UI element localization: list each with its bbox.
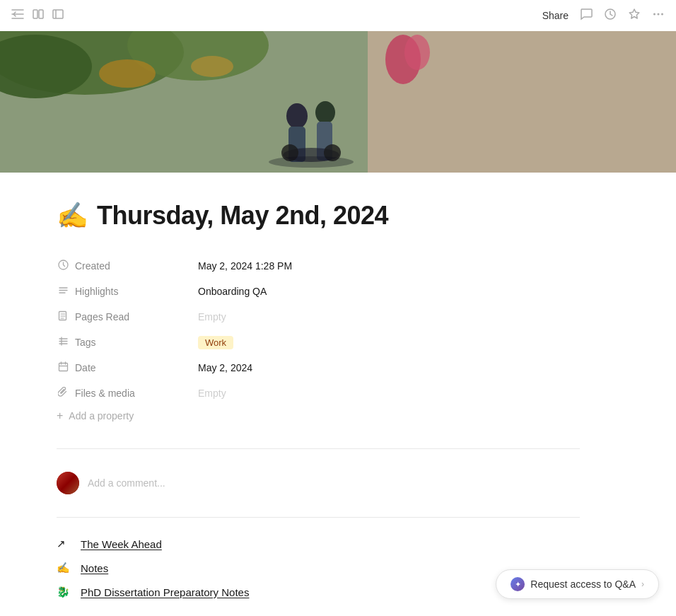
toolbar-left: [11, 9, 64, 22]
link-week-ahead[interactable]: ↗ The Week Ahead: [57, 532, 580, 556]
svg-point-7: [661, 13, 663, 16]
property-highlights-label: Highlights: [57, 285, 198, 298]
toolbar-right: Share: [542, 8, 665, 23]
layout-icon[interactable]: [33, 9, 44, 22]
property-highlights[interactable]: Highlights Onboarding QA: [57, 279, 580, 304]
comment-icon[interactable]: [580, 8, 593, 23]
property-created-label: Created: [57, 260, 198, 272]
property-pages-read-label: Pages Read: [57, 310, 198, 323]
property-tags[interactable]: Tags Work: [57, 330, 580, 355]
svg-rect-34: [59, 364, 67, 371]
property-files[interactable]: Files & media Empty: [57, 380, 580, 406]
property-highlights-value: Onboarding QA: [198, 286, 580, 297]
calendar-icon: [57, 361, 69, 374]
phd-icon: 🐉: [57, 586, 74, 598]
svg-point-17: [286, 103, 308, 129]
history-icon[interactable]: [604, 8, 617, 23]
cover-image: [0, 31, 676, 173]
pages-icon: [57, 310, 69, 323]
clock-icon: [57, 260, 69, 272]
property-created[interactable]: Created May 2, 2024 1:28 PM: [57, 253, 580, 279]
svg-point-16: [404, 35, 430, 70]
paperclip-icon: [57, 387, 69, 400]
share-button[interactable]: Share: [542, 10, 569, 21]
tags-icon: [57, 336, 69, 349]
svg-point-13: [99, 59, 156, 88]
properties-section: Created May 2, 2024 1:28 PM Highlights O…: [57, 253, 580, 426]
add-property-row[interactable]: + Add a property: [57, 406, 580, 426]
title-emoji: ✍️: [57, 201, 88, 231]
work-tag[interactable]: Work: [198, 336, 233, 349]
property-tags-value: Work: [198, 336, 580, 349]
property-date-label: Date: [57, 361, 198, 374]
link-notes-label[interactable]: Notes: [81, 562, 108, 574]
link-week-ahead-label[interactable]: The Week Ahead: [81, 538, 162, 550]
divider-1: [57, 448, 580, 449]
comment-placeholder[interactable]: Add a comment...: [88, 477, 165, 489]
property-date-value: May 2, 2024: [198, 362, 580, 373]
week-ahead-icon: ↗: [57, 537, 74, 550]
request-access-label: Request access to Q&A: [530, 579, 636, 590]
property-pages-read-value[interactable]: Empty: [198, 311, 580, 322]
property-files-label: Files & media: [57, 387, 198, 400]
property-files-value[interactable]: Empty: [198, 388, 580, 399]
svg-point-6: [658, 13, 660, 16]
expand-icon[interactable]: [11, 9, 24, 22]
svg-point-5: [653, 13, 655, 16]
svg-point-19: [315, 101, 335, 124]
sparkle-icon: ✦: [511, 577, 525, 591]
avatar: [57, 472, 79, 494]
page-title-row: ✍️ Thursday, May 2nd, 2024: [57, 201, 580, 231]
avatar-image: [57, 472, 79, 494]
svg-rect-0: [33, 10, 37, 18]
notes-icon: ✍️: [57, 562, 74, 574]
cover-svg: [0, 31, 676, 173]
svg-point-24: [269, 156, 354, 168]
add-icon: +: [57, 410, 63, 422]
comment-area: Add a comment...: [57, 463, 580, 503]
svg-rect-1: [39, 10, 43, 18]
property-date[interactable]: Date May 2, 2024: [57, 355, 580, 380]
svg-point-14: [191, 56, 233, 77]
chevron-right-icon: ›: [641, 579, 644, 589]
property-tags-label: Tags: [57, 336, 198, 349]
sidebar-icon[interactable]: [52, 9, 64, 22]
highlights-icon: [57, 285, 69, 298]
add-property-label[interactable]: Add a property: [69, 410, 134, 422]
property-pages-read[interactable]: Pages Read Empty: [57, 304, 580, 330]
page-title: Thursday, May 2nd, 2024: [97, 201, 388, 231]
favorite-icon[interactable]: [628, 8, 641, 23]
svg-rect-2: [53, 10, 63, 18]
request-access-button[interactable]: ✦ Request access to Q&A ›: [496, 569, 659, 599]
toolbar: Share: [0, 0, 676, 31]
link-phd-notes-label[interactable]: PhD Dissertation Preparatory Notes: [81, 586, 249, 598]
more-icon[interactable]: [652, 8, 665, 23]
divider-2: [57, 517, 580, 518]
page-content: ✍️ Thursday, May 2nd, 2024 Created May 2…: [0, 173, 636, 616]
property-created-value: May 2, 2024 1:28 PM: [198, 260, 580, 272]
